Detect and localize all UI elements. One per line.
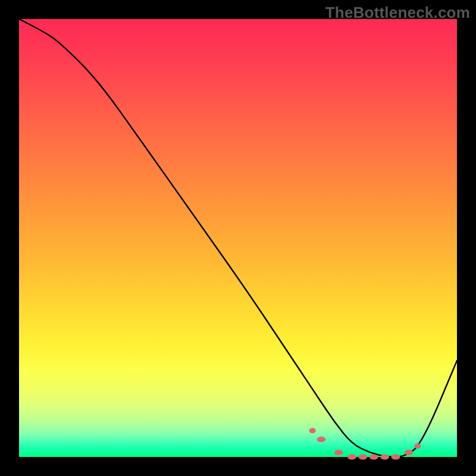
marker-dot	[414, 443, 421, 449]
marker-dot	[317, 437, 325, 442]
curve-svg	[19, 19, 457, 457]
marker-dot	[369, 455, 378, 460]
marker-dot	[380, 455, 389, 460]
marker-dot	[405, 450, 414, 455]
marker-dot	[358, 455, 367, 460]
chart-frame: TheBottleneck.com	[0, 0, 476, 476]
marker-dot	[347, 455, 356, 460]
marker-dot	[334, 450, 343, 455]
marker-dot	[392, 455, 400, 460]
marker-dot	[309, 428, 316, 433]
bottleneck-curve-line	[19, 19, 457, 457]
plot-area	[19, 19, 457, 457]
